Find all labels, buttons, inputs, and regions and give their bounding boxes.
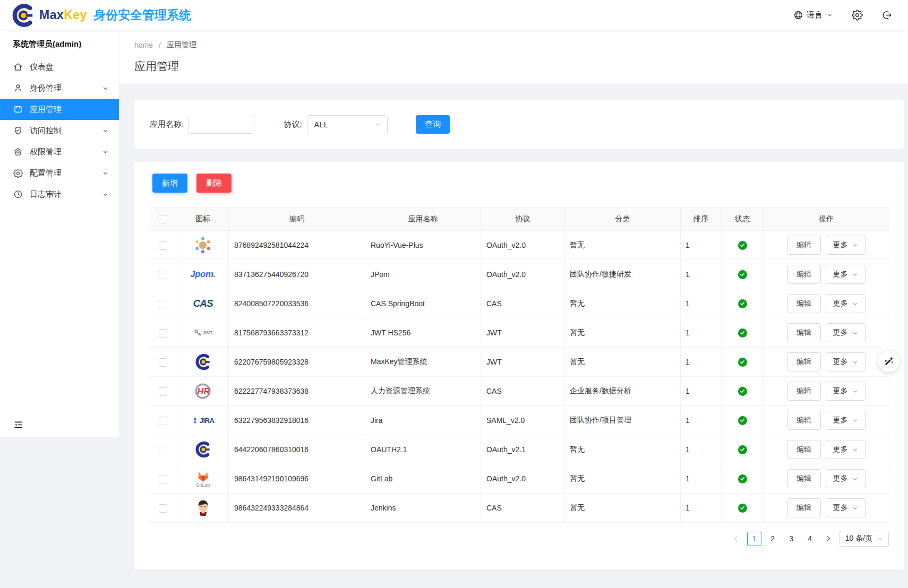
app-name: JPom bbox=[365, 260, 481, 289]
edit-button[interactable]: 编辑 bbox=[787, 236, 821, 255]
protocol-select[interactable]: ALL bbox=[307, 115, 388, 134]
more-button[interactable]: 更多 bbox=[826, 411, 866, 430]
more-label: 更多 bbox=[833, 386, 848, 396]
sidebar-item-identity[interactable]: 身份管理 bbox=[0, 77, 119, 99]
delete-button[interactable]: 删除 bbox=[196, 174, 232, 193]
app-category: 暂无 bbox=[565, 231, 681, 260]
status-active-icon bbox=[738, 445, 747, 454]
gitlab-logo: GitLab bbox=[177, 464, 228, 493]
breadcrumb: home / 应用管理 bbox=[134, 40, 908, 50]
maxkey-logo bbox=[177, 348, 228, 376]
table-row: 622076759805923328MaxKey管理系统JWT暂无1编辑更多 bbox=[149, 348, 889, 377]
chevron-down-icon bbox=[827, 12, 833, 18]
app-name-label: 应用名称: bbox=[150, 119, 184, 129]
more-label: 更多 bbox=[833, 299, 848, 308]
sidebar-item-permission[interactable]: 权限管理 bbox=[0, 141, 119, 162]
edit-button[interactable]: 编辑 bbox=[787, 469, 821, 488]
app-protocol: OAuth_v2.0 bbox=[481, 231, 565, 260]
app-sort: 1 bbox=[681, 464, 722, 494]
sidebar-item-config[interactable]: 配置管理 bbox=[0, 162, 119, 184]
jwt-logo: JWT bbox=[177, 318, 228, 347]
row-checkbox[interactable] bbox=[159, 504, 167, 513]
topbar-actions: 语言 bbox=[793, 10, 892, 21]
more-label: 更多 bbox=[833, 240, 848, 250]
edit-button[interactable]: 编辑 bbox=[787, 294, 821, 313]
page-title: 应用管理 bbox=[134, 59, 908, 74]
app-sort: 1 bbox=[681, 377, 722, 406]
app-protocol: CAS bbox=[481, 289, 565, 318]
more-button[interactable]: 更多 bbox=[826, 352, 866, 371]
more-button[interactable]: 更多 bbox=[826, 382, 866, 401]
chevron-down-icon bbox=[877, 536, 883, 542]
sidebar-item-audit[interactable]: 日志审计 bbox=[0, 184, 119, 205]
chevron-down-icon bbox=[852, 447, 858, 453]
row-checkbox[interactable] bbox=[159, 300, 167, 308]
pagination-page-1[interactable]: 1 bbox=[747, 532, 761, 546]
chevron-down-icon bbox=[852, 330, 858, 336]
app-sort: 1 bbox=[681, 494, 722, 523]
apps-table: 图标 编码 应用名称 协议 分类 排序 状态 操作 87689249258104… bbox=[149, 207, 889, 523]
app-category: 企业服务/数据分析 bbox=[565, 377, 681, 406]
edit-button[interactable]: 编辑 bbox=[787, 352, 821, 371]
language-menu[interactable]: 语言 bbox=[793, 10, 833, 20]
row-checkbox[interactable] bbox=[159, 271, 167, 279]
app-protocol: OAuth_v2.1 bbox=[481, 435, 565, 464]
sidebar-item-apps[interactable]: 应用管理 bbox=[0, 99, 119, 120]
sidebar-item-dashboard[interactable]: 仪表盘 bbox=[0, 56, 119, 77]
chevron-down-icon bbox=[852, 359, 858, 365]
clock-icon bbox=[13, 189, 23, 199]
edit-button[interactable]: 编辑 bbox=[787, 382, 821, 401]
app-protocol: SAML_v2.0 bbox=[481, 406, 565, 435]
edit-button[interactable]: 编辑 bbox=[787, 498, 821, 517]
search-button[interactable]: 查询 bbox=[416, 115, 450, 134]
row-checkbox[interactable] bbox=[159, 417, 167, 425]
more-button[interactable]: 更多 bbox=[826, 323, 866, 342]
more-button[interactable]: 更多 bbox=[826, 469, 866, 488]
more-button[interactable]: 更多 bbox=[826, 440, 866, 459]
app-category: 暂无 bbox=[565, 318, 681, 348]
row-checkbox[interactable] bbox=[159, 475, 167, 483]
add-button[interactable]: 新增 bbox=[152, 174, 187, 193]
breadcrumb-home[interactable]: home bbox=[134, 41, 153, 49]
page-size-select[interactable]: 10 条/页 bbox=[840, 531, 889, 547]
app-name: MaxKey管理系统 bbox=[365, 348, 481, 377]
pagination-page-2[interactable]: 2 bbox=[766, 532, 780, 546]
row-checkbox[interactable] bbox=[159, 241, 167, 250]
col-sort: 排序 bbox=[681, 207, 722, 231]
settings-gear-icon[interactable] bbox=[852, 10, 863, 21]
pagination-prev-button[interactable] bbox=[729, 532, 743, 546]
menu-fold-icon[interactable] bbox=[13, 420, 23, 430]
edit-button[interactable]: 编辑 bbox=[787, 265, 821, 284]
edit-button[interactable]: 编辑 bbox=[787, 411, 821, 430]
sidebar-item-access[interactable]: 访问控制 bbox=[0, 120, 119, 141]
logout-icon[interactable] bbox=[882, 10, 892, 20]
app-category: 团队协作/项目管理 bbox=[565, 406, 681, 435]
more-label: 更多 bbox=[833, 270, 848, 279]
protocol-select-value: ALL bbox=[314, 120, 328, 129]
pagination-page-3[interactable]: 3 bbox=[784, 532, 799, 546]
theme-wand-button[interactable] bbox=[878, 351, 900, 372]
pagination-next-button[interactable] bbox=[821, 532, 835, 546]
select-all-checkbox[interactable] bbox=[159, 215, 167, 223]
sidebar-item-label: 仪表盘 bbox=[30, 62, 54, 72]
chevron-down-icon bbox=[852, 272, 858, 278]
maxkey-logo bbox=[177, 435, 228, 464]
more-button[interactable]: 更多 bbox=[826, 265, 866, 284]
app-name-input[interactable] bbox=[189, 116, 254, 134]
pagination-page-4[interactable]: 4 bbox=[803, 532, 817, 546]
sidebar: 系统管理员(admin) 仪表盘身份管理应用管理访问控制权限管理配置管理日志审计 bbox=[0, 30, 119, 437]
row-checkbox[interactable] bbox=[159, 329, 167, 338]
edit-button[interactable]: 编辑 bbox=[787, 323, 821, 342]
chevron-down-icon bbox=[852, 505, 858, 511]
row-checkbox[interactable] bbox=[159, 446, 167, 454]
status-active-icon bbox=[738, 328, 747, 338]
app-protocol: OAuth_v2.0 bbox=[481, 260, 565, 289]
row-checkbox[interactable] bbox=[159, 358, 167, 367]
sidebar-item-label: 配置管理 bbox=[30, 168, 62, 178]
col-protocol: 协议 bbox=[481, 207, 565, 231]
edit-button[interactable]: 编辑 bbox=[787, 440, 821, 459]
more-button[interactable]: 更多 bbox=[826, 498, 866, 517]
row-checkbox[interactable] bbox=[159, 387, 167, 396]
more-button[interactable]: 更多 bbox=[826, 236, 866, 255]
more-button[interactable]: 更多 bbox=[826, 294, 866, 313]
